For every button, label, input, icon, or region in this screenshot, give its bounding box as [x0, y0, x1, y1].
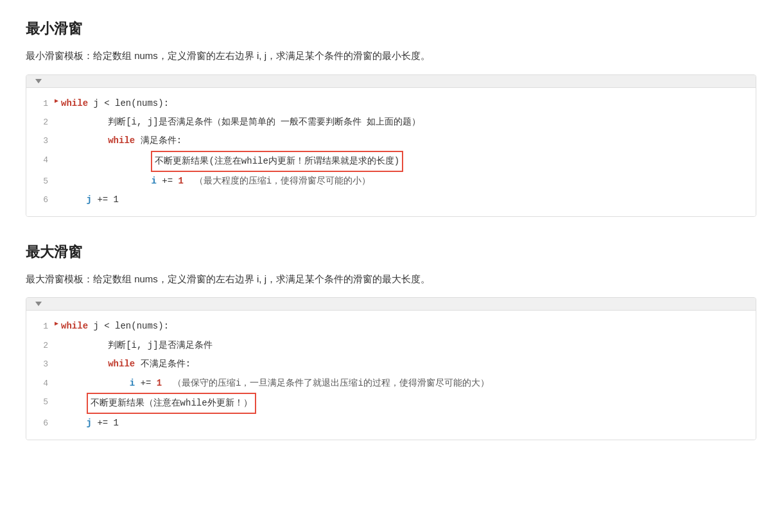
- line-content: while 不满足条件:: [65, 355, 749, 373]
- min-window-section: 最小滑窗 最小滑窗模板：给定数组 nums，定义滑窗的左右边界 i, j，求满足…: [26, 19, 756, 217]
- line-content: 判断[i, j]是否满足条件: [65, 336, 749, 355]
- code-token: while: [108, 135, 135, 146]
- indent-space: [65, 398, 87, 408]
- code-line: 4 i += 1 （最保守的压缩i，一旦满足条件了就退出压缩i的过程，使得滑窗尽…: [26, 374, 756, 393]
- line-content: while j < len(nums):: [61, 94, 749, 113]
- min-window-title: 最小滑窗: [26, 19, 756, 39]
- line-number: 4: [33, 151, 48, 169]
- code-token: 判断[i, j]是否满足条件: [108, 340, 212, 350]
- max-window-collapse-arrow[interactable]: [35, 302, 42, 306]
- code-line: 4 不断更新结果(注意在while内更新！所谓结果就是求的长度): [26, 151, 756, 172]
- line-content: 不断更新结果（注意在while外更新！）: [65, 393, 749, 414]
- code-token: 不满足条件:: [135, 359, 191, 369]
- line-number: 3: [33, 355, 48, 373]
- max-window-section: 最大滑窗 最大滑窗模板：给定数组 nums，定义滑窗的左右边界 i, j，求满足…: [26, 243, 756, 440]
- line-number: 1: [33, 94, 48, 112]
- max-window-code-block: 1▶while j < len(nums):2 判断[i, j]是否满足条件3 …: [26, 311, 756, 439]
- max-window-collapse-bar[interactable]: [26, 298, 756, 311]
- line-number: 5: [33, 393, 48, 411]
- code-token: while: [108, 359, 135, 369]
- line-content: 不断更新结果(注意在while内更新！所谓结果就是求的长度): [65, 151, 749, 172]
- line-number: 5: [33, 172, 48, 190]
- code-token: （最大程度的压缩i，使得滑窗尽可能的小）: [184, 176, 370, 186]
- code-token: +=: [157, 176, 178, 186]
- line-number: 2: [33, 113, 48, 131]
- code-token: while: [61, 98, 88, 108]
- code-token: 1: [157, 378, 162, 388]
- max-window-code-outer: 1▶while j < len(nums):2 判断[i, j]是否满足条件3 …: [26, 297, 756, 440]
- min-window-code-block: 1▶while j < len(nums):2 判断[i, j]是否满足条件（如…: [26, 88, 756, 216]
- code-line: 3 while 满足条件:: [26, 132, 756, 150]
- code-token: j < len(nums):: [88, 321, 169, 331]
- code-line: 1▶while j < len(nums):: [26, 317, 756, 336]
- code-token: += 1: [92, 194, 119, 205]
- code-line: 1▶while j < len(nums):: [26, 94, 756, 113]
- indent-space: [65, 359, 108, 369]
- line-content: i += 1 （最保守的压缩i，一旦满足条件了就退出压缩i的过程，使得滑窗尽可能…: [65, 374, 749, 393]
- indent-space: [65, 194, 87, 205]
- code-token: 判断[i, j]是否满足条件（如果是简单的 一般不需要判断条件 如上面的题）: [108, 117, 421, 127]
- indent-space: [65, 340, 108, 350]
- min-window-collapse-arrow[interactable]: [35, 79, 42, 83]
- code-token: i: [130, 378, 135, 388]
- line-number: 6: [33, 191, 48, 209]
- line-content: j += 1: [65, 414, 749, 433]
- code-line: 6 j += 1: [26, 414, 756, 433]
- code-token: （最保守的压缩i，一旦满足条件了就退出压缩i的过程，使得滑窗尽可能的大）: [162, 378, 489, 388]
- min-window-code-outer: 1▶while j < len(nums):2 判断[i, j]是否满足条件（如…: [26, 74, 756, 217]
- indent-space: [65, 135, 108, 146]
- code-line: 5 不断更新结果（注意在while外更新！）: [26, 393, 756, 414]
- code-line: 6 j += 1: [26, 191, 756, 209]
- fold-arrow-icon[interactable]: ▶: [55, 94, 58, 108]
- code-line: 5 i += 1 （最大程度的压缩i，使得滑窗尽可能的小）: [26, 172, 756, 191]
- code-line: 3 while 不满足条件:: [26, 355, 756, 373]
- code-line: 2 判断[i, j]是否满足条件: [26, 336, 756, 355]
- highlighted-content: 不断更新结果（注意在while外更新！）: [87, 393, 256, 414]
- line-number: 4: [33, 374, 48, 392]
- code-token: j < len(nums):: [88, 98, 169, 108]
- line-content: i += 1 （最大程度的压缩i，使得滑窗尽可能的小）: [65, 172, 749, 191]
- code-token: j: [87, 418, 92, 428]
- line-number: 2: [33, 336, 48, 354]
- code-token: j: [87, 194, 92, 205]
- indent-space: [65, 176, 151, 186]
- code-line: 2 判断[i, j]是否满足条件（如果是简单的 一般不需要判断条件 如上面的题）: [26, 113, 756, 132]
- code-token: 不断更新结果（注意在while外更新！）: [91, 398, 252, 408]
- code-token: i: [151, 176, 156, 186]
- line-content: j += 1: [65, 191, 749, 209]
- code-token: 1: [178, 176, 183, 186]
- line-number: 3: [33, 132, 48, 150]
- line-number: 1: [33, 317, 48, 335]
- code-token: 满足条件:: [135, 135, 182, 146]
- code-token: +=: [135, 378, 157, 388]
- min-window-collapse-bar[interactable]: [26, 75, 756, 88]
- indent-space: [65, 418, 87, 428]
- indent-space: [65, 156, 151, 166]
- line-content: 判断[i, j]是否满足条件（如果是简单的 一般不需要判断条件 如上面的题）: [65, 113, 749, 132]
- code-token: while: [61, 321, 88, 331]
- line-content: while j < len(nums):: [61, 317, 749, 336]
- max-window-desc: 最大滑窗模板：给定数组 nums，定义滑窗的左右边界 i, j，求满足某个条件的…: [26, 271, 756, 287]
- highlighted-content: 不断更新结果(注意在while内更新！所谓结果就是求的长度): [151, 151, 403, 172]
- code-token: += 1: [92, 418, 119, 428]
- indent-space: [65, 378, 130, 388]
- code-token: 不断更新结果(注意在while内更新！所谓结果就是求的长度): [155, 156, 399, 166]
- line-number: 6: [33, 414, 48, 432]
- indent-space: [65, 117, 108, 127]
- fold-arrow-icon[interactable]: ▶: [55, 317, 58, 330]
- line-content: while 满足条件:: [65, 132, 749, 150]
- min-window-desc: 最小滑窗模板：给定数组 nums，定义滑窗的左右边界 i, j，求满足某个条件的…: [26, 47, 756, 64]
- max-window-title: 最大滑窗: [26, 243, 756, 262]
